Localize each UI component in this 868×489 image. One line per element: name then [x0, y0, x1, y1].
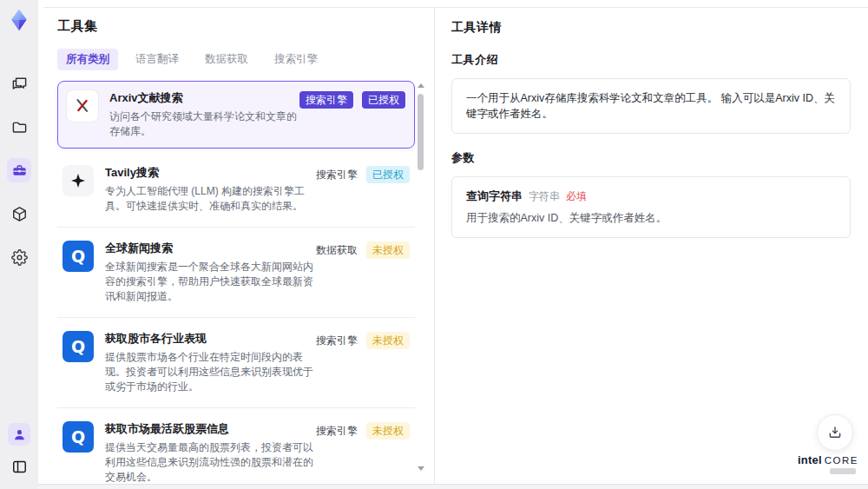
- settings-gear-icon[interactable]: [7, 245, 31, 269]
- tab-data-acquisition[interactable]: 数据获取: [196, 49, 257, 70]
- intro-heading: 工具介绍: [451, 52, 851, 68]
- tool-name: 全球新闻搜索: [105, 241, 316, 255]
- intel-core-logo: intelcore: [797, 453, 859, 474]
- tool-card-tavily[interactable]: Tavily搜索 专为人工智能代理 (LLM) 构建的搜索引擎工具。可快速提供实…: [57, 152, 415, 228]
- toolbox-icon[interactable]: [7, 158, 31, 182]
- app-sidebar: [0, 0, 38, 489]
- app-window: 工具集 所有类别 语言翻译 数据获取 搜索引擎 Arxiv文献搜索 访问各个研究…: [0, 0, 868, 489]
- tool-desc: 专为人工智能代理 (LLM) 构建的搜索引擎工具。可快速提供实时、准确和真实的结…: [105, 184, 316, 214]
- brand-core: core: [825, 455, 858, 466]
- tool-desc: 提供当天交易量最高的股票列表，投资者可以利用这些信息来识别流动性强的股票和潜在的…: [105, 440, 316, 483]
- detail-title: 工具详情: [451, 20, 851, 36]
- tool-desc: 访问各个研究领域大量科学论文和文章的存储库。: [109, 109, 299, 139]
- tool-name: 获取市场最活跃股票信息: [105, 421, 316, 436]
- tool-card-active-stocks[interactable]: Q 获取市场最活跃股票信息 提供当天交易量最高的股票列表，投资者可以利用这些信息…: [57, 408, 415, 483]
- bottom-edge: [38, 484, 868, 489]
- tool-desc: 提供股票市场各个行业在特定时间段内的表现。投资者可以利用这些信息来识别表现优于或…: [105, 350, 316, 394]
- user-icon[interactable]: [8, 423, 30, 446]
- download-button[interactable]: [817, 414, 853, 451]
- category-label: 搜索引擎: [316, 424, 358, 439]
- category-tabs: 所有类别 语言翻译 数据获取 搜索引擎: [57, 49, 415, 70]
- page-title: 工具集: [57, 18, 415, 35]
- arxiv-icon: [67, 90, 98, 122]
- tool-name: Arxiv文献搜索: [109, 90, 299, 105]
- tool-name: Tavily搜索: [105, 165, 316, 180]
- intel-ultra-mark: [830, 468, 856, 474]
- scroll-up-arrow[interactable]: [418, 83, 424, 88]
- tool-list: Arxiv文献搜索 访问各个研究领域大量科学论文和文章的存储库。 搜索引擎 已授…: [57, 81, 415, 483]
- auth-badge: 未授权: [366, 241, 410, 259]
- tool-card-global-news[interactable]: Q 全球新闻搜索 全球新闻搜索是一个聚合全球各大新闻网站内容的搜索引擎，帮助用户…: [57, 228, 415, 318]
- category-label: 数据获取: [316, 243, 358, 258]
- tab-search-engine[interactable]: 搜索引擎: [266, 49, 326, 70]
- tool-card-sector-performance[interactable]: Q 获取股市各行业表现 提供股票市场各个行业在特定时间段内的表现。投资者可以利用…: [57, 318, 415, 408]
- app-logo-icon[interactable]: [6, 7, 32, 33]
- news-search-icon: Q: [62, 331, 94, 362]
- scrollbar-thumb[interactable]: [418, 94, 424, 170]
- scroll-down-arrow[interactable]: [418, 466, 424, 471]
- param-required-badge: 必填: [566, 189, 587, 204]
- news-search-icon: Q: [62, 421, 94, 453]
- auth-badge: 已授权: [362, 91, 405, 109]
- auth-badge: 未授权: [366, 422, 410, 439]
- auth-badge: 未授权: [366, 332, 410, 349]
- tool-list-panel: 工具集 所有类别 语言翻译 数据获取 搜索引擎 Arxiv文献搜索 访问各个研究…: [38, 8, 434, 483]
- tab-all-categories[interactable]: 所有类别: [57, 49, 118, 70]
- tool-desc: 全球新闻搜索是一个聚合全球各大新闻网站内容的搜索引擎，帮助用户快速获取全球最新资…: [105, 260, 316, 304]
- folder-icon[interactable]: [7, 115, 31, 139]
- category-label: 搜索引擎: [316, 334, 358, 348]
- auth-badge: 已授权: [366, 166, 410, 183]
- list-scrollbar: [417, 78, 424, 476]
- tool-card-arxiv[interactable]: Arxiv文献搜索 访问各个研究领域大量科学论文和文章的存储库。 搜索引擎 已授…: [57, 81, 415, 149]
- param-name: 查询字符串: [466, 188, 523, 204]
- param-box: 查询字符串 字符串 必填 用于搜索的Arxiv ID、关键字或作者姓名。: [451, 176, 851, 238]
- category-label: 搜索引擎: [316, 168, 358, 182]
- chat-icon[interactable]: [7, 71, 31, 96]
- tool-name: 获取股市各行业表现: [105, 331, 316, 346]
- intro-text: 一个用于从Arxiv存储库搜索科学论文和文章的工具。 输入可以是Arxiv ID…: [466, 90, 836, 122]
- sparkle-icon: [62, 165, 94, 196]
- intro-box: 一个用于从Arxiv存储库搜索科学论文和文章的工具。 输入可以是Arxiv ID…: [451, 78, 851, 134]
- brand-intel: intel: [798, 453, 822, 466]
- category-badge: 搜索引擎: [299, 91, 353, 109]
- params-heading: 参数: [451, 150, 851, 166]
- panel-toggle-icon[interactable]: [7, 454, 31, 479]
- cube-icon[interactable]: [7, 202, 31, 226]
- param-desc: 用于搜索的Arxiv ID、关键字或作者姓名。: [466, 211, 836, 226]
- tab-language-translation[interactable]: 语言翻译: [127, 49, 187, 70]
- tool-detail-panel: 工具详情 工具介绍 一个用于从Arxiv存储库搜索科学论文和文章的工具。 输入可…: [435, 8, 868, 483]
- param-type: 字符串: [529, 189, 560, 204]
- news-search-icon: Q: [62, 241, 94, 272]
